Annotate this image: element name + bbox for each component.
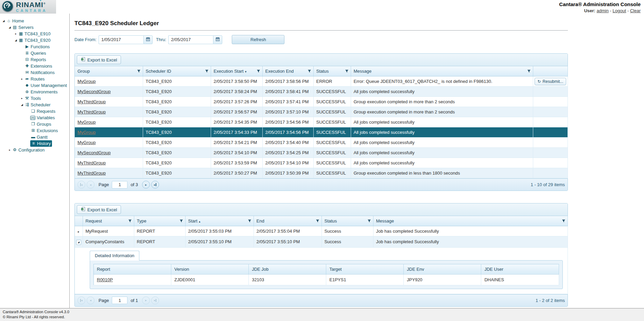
sidebar-item-variables[interactable]: (x)Variables xyxy=(0,114,69,121)
tree-expander-collapsed-icon[interactable]: ▸ xyxy=(7,147,12,153)
rinami-cantara-logo[interactable]: RINAMI® ▼ CANTARA xyxy=(0,0,56,14)
table-row[interactable]: ▸MyRequestREPORT2/05/2017 3:55:03 PM2/05… xyxy=(75,226,568,236)
sidebar-item-tc843-e910[interactable]: ▸▦TC843_E910 xyxy=(0,31,69,37)
sidebar-item-extensions[interactable]: ✚Extensions xyxy=(0,63,69,69)
column-header-status[interactable]: Status xyxy=(313,66,351,76)
filter-icon[interactable] xyxy=(527,69,531,74)
sidebar-item-groups[interactable]: ❐Groups xyxy=(0,121,69,127)
sidebar-item-routes[interactable]: ▸➦Routes xyxy=(0,76,69,82)
sidebar-item-label: Exclusions xyxy=(37,127,58,134)
report-link[interactable]: R0010P xyxy=(97,277,113,282)
expand-row-icon[interactable]: ▸ xyxy=(78,230,80,233)
group-link[interactable]: MyThirdGroup xyxy=(77,160,106,165)
logout-link[interactable]: Logout xyxy=(613,8,626,13)
sidebar-item-tc843-e920[interactable]: ◢▦TC843_E920 xyxy=(0,37,69,43)
column-header-message[interactable]: Message xyxy=(351,66,533,76)
column-header-type[interactable]: Type xyxy=(134,216,185,226)
collapse-row-icon[interactable]: ◢ xyxy=(76,240,81,245)
sidebar-item-gantt[interactable]: ▬Gantt xyxy=(0,134,69,140)
table-row[interactable]: MySecondGroupTC843_E9202/05/2017 3:58:24… xyxy=(75,87,568,97)
table-row[interactable]: MyThirdGroupTC843_E9202/05/2017 3:50:27 … xyxy=(75,168,568,178)
sidebar-item-functions[interactable]: ▶Functions xyxy=(0,43,69,50)
column-header-status[interactable]: Status xyxy=(321,216,373,226)
filter-icon[interactable] xyxy=(562,219,565,224)
group-link[interactable]: MyThirdGroup xyxy=(77,109,106,114)
table-row[interactable]: ◢CompanyConstantsREPORT2/05/2017 3:55:10… xyxy=(75,236,568,248)
thru-input[interactable] xyxy=(168,35,213,44)
column-header-scheduler-id[interactable]: Scheduler ID xyxy=(143,66,211,76)
filter-icon[interactable] xyxy=(128,219,132,224)
table-row[interactable]: MySecondGroupTC843_E9202/05/2017 3:54:10… xyxy=(75,148,568,158)
sidebar-item-requests[interactable]: ❏Requests xyxy=(0,108,69,114)
user-name-link[interactable]: admin xyxy=(597,8,609,13)
group-link[interactable]: MySecondGroup xyxy=(77,150,111,155)
column-header-group[interactable]: Group xyxy=(75,66,143,76)
sidebar-item-tools[interactable]: ▸⚒Tools xyxy=(0,95,69,102)
cell-message: Job has completed Successfully xyxy=(373,226,568,236)
sidebar-item-scheduler[interactable]: ◢⇶Scheduler xyxy=(0,102,69,108)
group-link[interactable]: MyGroup xyxy=(77,79,95,84)
sidebar-item-queries[interactable]: ≣Queries xyxy=(0,50,69,56)
filter-icon[interactable] xyxy=(257,69,260,74)
filter-icon[interactable] xyxy=(367,219,371,224)
tree-expander-expanded-icon[interactable]: ◢ xyxy=(14,37,18,43)
date-from-calendar-button[interactable] xyxy=(143,35,153,44)
clear-link[interactable]: Clear xyxy=(630,8,641,13)
sidebar-item-reports[interactable]: ⊟Reports xyxy=(0,56,69,63)
group-link[interactable]: MySecondGroup xyxy=(77,89,111,94)
column-header-execution-start[interactable]: Execution Start▾ xyxy=(211,66,262,76)
tree-expander-collapsed-icon[interactable]: ▸ xyxy=(14,31,18,37)
next-page-button[interactable]: ▸ xyxy=(142,181,150,189)
column-header-start[interactable]: Start▴ xyxy=(185,216,254,226)
column-header-message[interactable]: Message xyxy=(373,216,568,226)
filter-icon[interactable] xyxy=(137,69,141,74)
table-row[interactable]: MyThirdGroupTC843_E9202/05/2017 3:56:57 … xyxy=(75,107,568,117)
filter-icon[interactable] xyxy=(316,219,319,224)
table-row[interactable]: MyGroupTC843_E9202/05/2017 3:54:35 PM2/0… xyxy=(75,117,568,127)
tree-expander-expanded-icon[interactable]: ◢ xyxy=(20,102,24,108)
table-row[interactable]: MyGroupTC843_E9202/05/2017 3:54:21 PM2/0… xyxy=(75,138,568,148)
group-link[interactable]: MyGroup xyxy=(77,140,95,145)
filter-icon[interactable] xyxy=(248,219,251,224)
sidebar-tree: ◢⌂Home◢▤Servers▸▦TC843_E910◢▦TC843_E920▶… xyxy=(0,14,70,308)
export-to-excel-button[interactable]: x Export to Excel xyxy=(77,55,121,64)
sidebar-item-environments[interactable]: ⊕Environments xyxy=(0,89,69,95)
group-link[interactable]: MyThirdGroup xyxy=(77,171,106,176)
group-link[interactable]: MyThirdGroup xyxy=(77,99,106,104)
export-to-excel-button[interactable]: x Export to Excel xyxy=(77,205,121,214)
calendar-icon xyxy=(215,37,220,42)
last-page-button[interactable]: ▸ xyxy=(151,181,159,189)
group-link[interactable]: MyGroup xyxy=(77,120,95,125)
tree-expander-collapsed-icon[interactable]: ▸ xyxy=(20,76,24,82)
table-row[interactable]: MyThirdGroupTC843_E9202/05/2017 3:53:59 … xyxy=(75,158,568,168)
tree-expander-expanded-icon[interactable]: ◢ xyxy=(7,24,12,31)
filter-icon[interactable] xyxy=(179,219,183,224)
column-header-execution-end[interactable]: Execution End xyxy=(262,66,313,76)
filter-icon[interactable] xyxy=(308,69,311,74)
sidebar-item-home[interactable]: ◢⌂Home xyxy=(0,18,69,24)
column-header-end[interactable]: End xyxy=(254,216,321,226)
refresh-button[interactable]: Refresh xyxy=(232,35,284,44)
filter-icon[interactable] xyxy=(345,69,349,74)
table-row[interactable]: MyThirdGroupTC843_E9202/05/2017 3:57:26 … xyxy=(75,97,568,107)
table-row[interactable]: MyGroupTC843_E9202/05/2017 3:54:33 PM2/0… xyxy=(75,127,568,138)
sidebar-item-user-management[interactable]: ☻User Management xyxy=(0,82,69,89)
date-from-input[interactable] xyxy=(99,35,143,44)
resubmit-button[interactable]: ↻Resubmit... xyxy=(535,78,566,85)
sidebar-item-history[interactable]: ≡History xyxy=(0,140,69,147)
thru-calendar-button[interactable] xyxy=(213,35,222,44)
table-row[interactable]: MyGroupTC843_E9202/05/2017 3:58:50 PM2/0… xyxy=(75,76,568,87)
tree-expander-collapsed-icon[interactable]: ▸ xyxy=(20,95,24,102)
tab-detailed-information[interactable]: Detailed Information xyxy=(90,251,139,261)
page-number-input[interactable] xyxy=(112,181,127,189)
sidebar-item-servers[interactable]: ◢▤Servers xyxy=(0,24,69,31)
column-header-request[interactable]: Request xyxy=(83,216,134,226)
tree-expander-expanded-icon[interactable]: ◢ xyxy=(1,18,6,24)
sidebar-item-exclusions[interactable]: ⊞Exclusions xyxy=(0,127,69,134)
group-link[interactable]: MyGroup xyxy=(77,130,95,135)
cell-group: MyGroup xyxy=(75,138,143,148)
filter-icon[interactable] xyxy=(205,69,209,74)
sidebar-item-configuration[interactable]: ▸⚙Configuration xyxy=(0,147,69,153)
page-number-input[interactable] xyxy=(112,297,127,304)
sidebar-item-notifications[interactable]: ✉Notifications xyxy=(0,69,69,76)
